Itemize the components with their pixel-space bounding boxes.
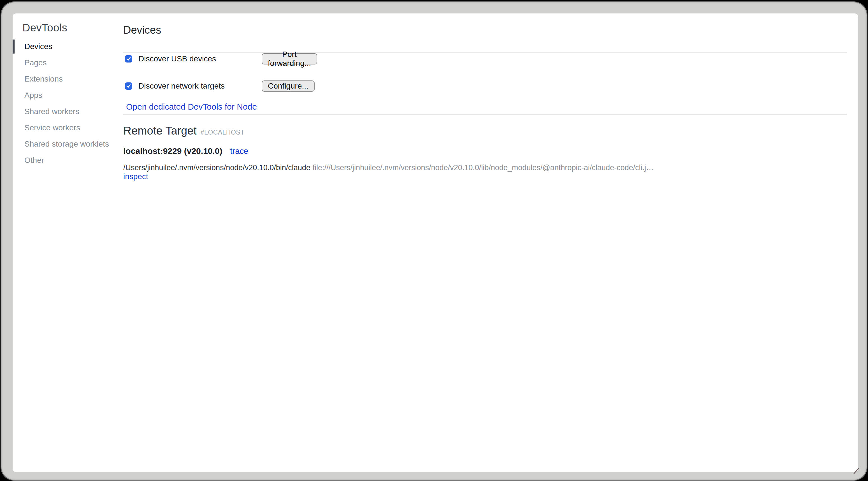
sidebar-item-label: Service workers [24,123,80,132]
sidebar-item-extensions[interactable]: Extensions [12,71,123,87]
sidebar-item-label: Pages [24,58,46,67]
checkmark-icon [126,84,131,89]
sidebar: DevTools Devices Pages Extensions Apps S… [12,13,123,472]
configure-button[interactable]: Configure... [262,81,315,92]
discover-network-checkbox[interactable] [125,82,132,90]
localhost-tag: #LOCALHOST [200,129,245,136]
sidebar-item-label: Shared storage worklets [24,140,109,149]
discover-network-label: Discover network targets [138,82,225,91]
sidebar-item-service-workers[interactable]: Service workers [12,120,123,136]
remote-target-header: Remote Target #LOCALHOST [123,124,245,137]
resize-grip-icon[interactable] [854,468,859,474]
target-line: localhost:9229 (v20.10.0) trace [123,146,248,156]
remote-target-title: Remote Target [123,124,197,137]
window-frame: DevTools Devices Pages Extensions Apps S… [1,2,867,480]
sidebar-item-label: Devices [24,42,52,51]
trace-link[interactable]: trace [230,147,248,156]
sidebar-item-other[interactable]: Other [12,152,123,169]
discover-usb-row: Discover USB devices Port forwarding... [125,53,216,65]
discover-network-row: Discover network targets Configure... [125,80,225,92]
sidebar-nav: Devices Pages Extensions Apps Shared wor… [12,38,123,169]
sidebar-item-label: Shared workers [24,107,79,116]
sidebar-item-pages[interactable]: Pages [12,55,123,71]
divider [123,53,847,53]
sidebar-item-shared-storage-worklets[interactable]: Shared storage worklets [12,136,123,152]
sidebar-item-label: Apps [24,91,42,100]
app-title: DevTools [23,22,67,34]
discover-usb-checkbox[interactable] [125,55,132,62]
file-url: file:///Users/jinhuilee/.nvm/versions/no… [312,163,654,172]
sidebar-item-label: Extensions [24,74,63,84]
port-forwarding-button[interactable]: Port forwarding... [262,53,317,64]
page-title: Devices [123,24,161,36]
inspect-link[interactable]: inspect [123,172,148,181]
discover-usb-label: Discover USB devices [138,54,216,63]
sidebar-item-label: Other [24,156,44,165]
open-node-devtools-link[interactable]: Open dedicated DevTools for Node [126,102,257,112]
devtools-page: DevTools Devices Pages Extensions Apps S… [12,13,858,472]
target-name: localhost:9229 (v20.10.0) [123,146,222,156]
divider [123,114,847,115]
sidebar-item-shared-workers[interactable]: Shared workers [12,103,123,120]
target-path-line: /Users/jinhuilee/.nvm/versions/node/v20.… [123,163,796,172]
sidebar-item-apps[interactable]: Apps [12,87,123,103]
process-path: /Users/jinhuilee/.nvm/versions/node/v20.… [123,163,310,172]
target-detail: /Users/jinhuilee/.nvm/versions/node/v20.… [123,163,796,181]
checkmark-icon [126,56,131,61]
sidebar-item-devices[interactable]: Devices [12,38,123,55]
